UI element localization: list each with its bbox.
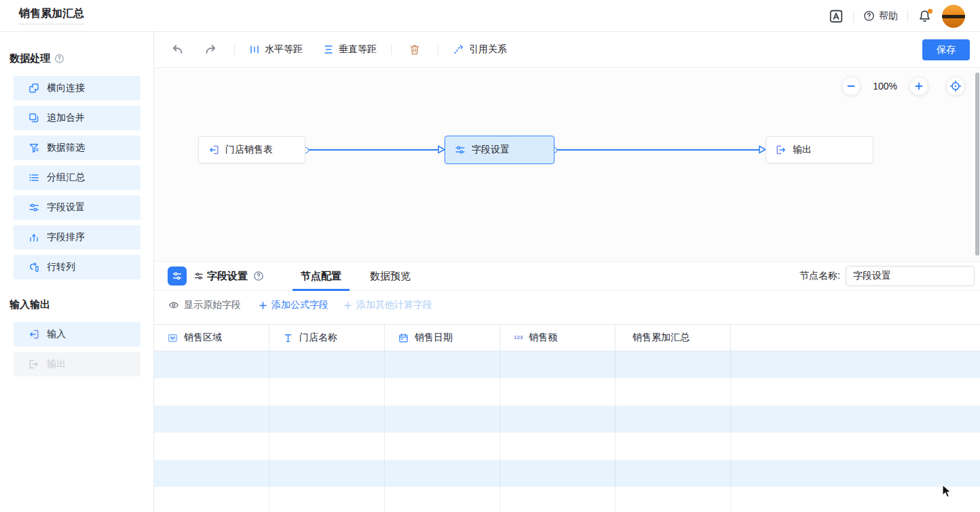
node-name-label: 节点名称: (799, 270, 840, 282)
add-other-calc-field-button: 添加其他计算字段 (343, 299, 432, 311)
output-icon (29, 359, 39, 370)
section-title: 数据处理 (10, 52, 50, 65)
help-button[interactable]: 帮助 (863, 10, 898, 22)
undo-button[interactable] (168, 41, 186, 58)
avatar[interactable] (942, 5, 965, 28)
vertical-scrollbar[interactable] (975, 73, 979, 256)
select-field-icon (168, 333, 178, 343)
action-label: 显示原始字段 (184, 299, 241, 311)
column-header-sales-region[interactable]: 销售区域 (154, 325, 269, 351)
sidebar-item-data-filter[interactable]: 数据筛选 (14, 136, 140, 160)
header-right-cluster: 帮助 (829, 0, 965, 32)
redo-icon (204, 43, 218, 56)
date-field-icon (398, 333, 409, 343)
reference-relation-button[interactable]: 引用关系 (453, 43, 507, 56)
action-label: 添加其他计算字段 (356, 299, 432, 311)
sidebar-item-append-union[interactable]: 追加合并 (14, 106, 140, 130)
tab-data-preview[interactable]: 数据预览 (370, 262, 411, 291)
column-label: 门店名称 (299, 332, 337, 344)
table-row (154, 487, 980, 512)
table-row (154, 433, 980, 460)
sidebar-item-row-to-column[interactable]: 行转列 (14, 255, 140, 279)
save-button[interactable]: 保存 (922, 39, 970, 60)
divider (438, 44, 438, 55)
flow-node-field-settings[interactable]: 字段设置 (445, 136, 554, 164)
flow-node-output[interactable]: 输出 (766, 136, 873, 163)
zoom-out-button[interactable] (842, 77, 861, 96)
edge-line-2 (557, 149, 760, 151)
section-title: 输入输出 (10, 298, 50, 311)
sidebar-item-output: 输出 (14, 352, 140, 376)
column-header-sales-cumulative[interactable]: 销售累加汇总 (616, 325, 731, 351)
plus-icon (259, 301, 267, 310)
vertical-distribute-button[interactable]: 垂直等距 (323, 43, 377, 56)
translate-icon[interactable] (829, 9, 844, 24)
input-icon (208, 144, 219, 155)
sidebar: 数据处理 横向连接 追加合并 (0, 32, 154, 512)
column-header-sales-date[interactable]: 销售日期 (385, 325, 500, 351)
divider (234, 44, 235, 55)
question-icon (863, 10, 875, 22)
row-to-column-icon (29, 262, 39, 273)
divider (391, 44, 392, 55)
sidebar-item-horizontal-join[interactable]: 横向连接 (14, 76, 140, 100)
zoom-in-button[interactable] (909, 77, 928, 96)
delete-button[interactable] (406, 41, 423, 58)
sidebar-item-input[interactable]: 输入 (14, 322, 140, 347)
column-header-store-name[interactable]: 门店名称 (269, 325, 385, 351)
panel-tabs: 节点配置 数据预览 (301, 262, 411, 291)
field-settings-badge-icon (168, 267, 187, 285)
panel-title-group: 字段设置 (194, 270, 248, 283)
column-label: 销售区域 (184, 332, 222, 344)
minus-icon (846, 81, 856, 91)
node-label: 门店销售表 (225, 144, 273, 156)
flow-canvas[interactable]: 100% (154, 68, 980, 261)
table-row (154, 406, 980, 433)
table-row (154, 351, 980, 378)
locate-target-icon (949, 80, 962, 92)
action-label: 添加公式字段 (271, 299, 328, 311)
output-icon (776, 144, 787, 155)
sidebar-item-group-summary[interactable]: 分组汇总 (14, 165, 140, 190)
panel-actions: 显示原始字段 添加公式字段 添加其他计算字段 (154, 291, 980, 319)
sidebar-section-input-output: 输入输出 (10, 298, 153, 311)
panel-header: 字段设置 节点配置 数据预览 节点名称: (154, 262, 980, 291)
item-label: 分组汇总 (47, 172, 85, 184)
plus-icon (914, 81, 924, 91)
horizontal-distribute-button[interactable]: 水平等距 (249, 43, 303, 56)
field-preview-table: 销售区域 门店名称 销售日期 (154, 324, 980, 512)
column-label: 销售额 (529, 332, 557, 344)
item-label: 行转列 (47, 261, 75, 273)
node-name-group: 节点名称: (799, 266, 975, 286)
item-label: 输出 (47, 358, 66, 370)
app-window: 销售累加汇总 帮助 (0, 0, 980, 512)
column-header-sales-amount[interactable]: 123 销售额 (500, 325, 616, 351)
show-original-fields-toggle[interactable]: 显示原始字段 (168, 299, 241, 311)
page-title[interactable]: 销售累加汇总 (19, 7, 84, 24)
notification-bell-icon[interactable] (918, 9, 932, 24)
eye-icon (168, 300, 179, 311)
trash-icon (409, 43, 421, 56)
join-icon (29, 83, 39, 94)
locate-button[interactable] (946, 77, 965, 96)
reference-relation-icon (453, 44, 464, 56)
input-icon (29, 329, 39, 340)
edge-line-1 (309, 149, 439, 151)
redo-button[interactable] (202, 41, 220, 58)
panel-help-icon[interactable] (253, 271, 264, 281)
button-label: 垂直等距 (339, 43, 377, 56)
item-label: 输入 (47, 328, 66, 340)
panel-title: 字段设置 (207, 270, 248, 283)
button-label: 水平等距 (265, 43, 303, 56)
sidebar-item-field-sort[interactable]: 字段排序 (14, 225, 140, 250)
zoom-level: 100% (873, 81, 897, 92)
tab-node-config[interactable]: 节点配置 (301, 262, 341, 291)
horizontal-distribute-icon (249, 44, 260, 55)
sidebar-item-field-settings[interactable]: 字段设置 (14, 195, 140, 220)
add-formula-field-button[interactable]: 添加公式字段 (259, 299, 328, 311)
flow-node-store-sales-table[interactable]: 门店销售表 (198, 136, 305, 163)
node-label: 字段设置 (472, 144, 510, 156)
question-icon[interactable] (54, 54, 64, 64)
text-field-icon (283, 333, 293, 343)
node-name-input[interactable] (846, 266, 975, 286)
